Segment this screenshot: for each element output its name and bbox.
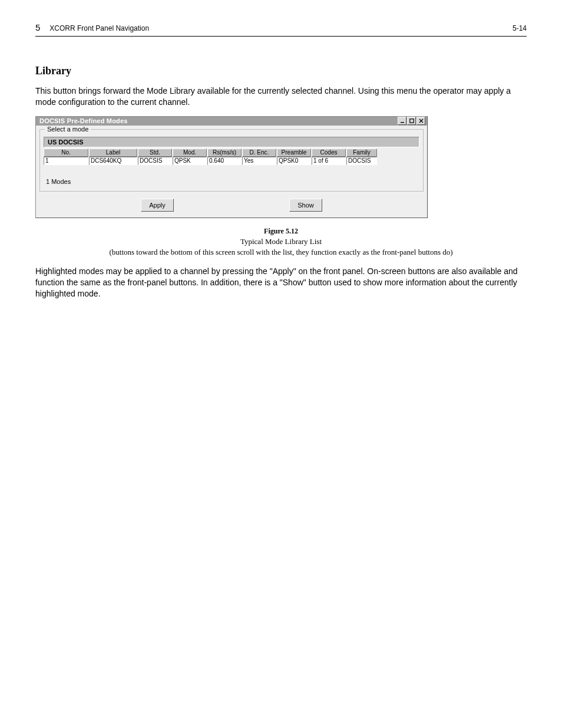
col-header: Mod. [173,149,207,157]
chapter-number: 5 [35,22,40,32]
chapter-title: XCORR Front Panel Navigation [49,24,149,32]
col-header: D. Enc. [242,149,276,157]
mode-cell: 1 of 6 [312,157,346,165]
mode-groupbox: Select a mode US DOCSIS No. Label Std. M… [39,129,424,192]
mode-table-row[interactable]: 1 DCS640KQ DOCSIS QPSK 0.640 Yes QPSK0 1… [44,157,419,165]
figure-desc-line1: Typical Mode Library List [35,236,527,247]
mode-table-header: No. Label Std. Mod. Rs(ms/s) D. Enc. Pre… [44,149,419,157]
mode-cell: DOCSIS [346,157,377,165]
minimize-button[interactable] [398,117,406,125]
col-header: Label [89,149,137,157]
mode-cell: QPSK [173,157,207,165]
mode-cell: DCS640KQ [89,157,137,165]
window-title: DOCSIS Pre-Defined Modes [39,117,128,124]
modes-window: DOCSIS Pre-Defined Modes Select a mode U… [35,116,428,218]
col-header: Rs(ms/s) [207,149,242,157]
document-page: 5 XCORR Front Panel Navigation 5-14 Libr… [0,0,562,728]
maximize-button[interactable] [407,117,416,125]
titlebar-buttons [397,117,425,125]
window-body: Select a mode US DOCSIS No. Label Std. M… [35,126,428,218]
groupbox-legend: Select a mode [45,126,91,133]
svg-rect-0 [401,122,404,123]
mode-count: 1 Modes [46,178,419,185]
figure-desc-line2: (buttons toward the bottom of this scree… [35,247,527,258]
window-titlebar: DOCSIS Pre-Defined Modes [35,116,428,126]
mode-cell: DOCSIS [138,157,172,165]
svg-rect-1 [409,119,413,123]
section-intro: This button brings forward the Mode Libr… [35,85,527,108]
mode-cell: 1 [44,157,88,165]
col-header: No. [44,149,88,157]
mode-group-header[interactable]: US DOCSIS [44,137,419,147]
page-number: 5-14 [513,24,527,32]
col-header: Codes [312,149,346,157]
close-button[interactable] [416,117,425,125]
col-header: Preamble [277,149,311,157]
col-header: Family [346,149,377,157]
header-rule [35,36,527,37]
figure-label: Figure 5.12 [35,226,527,236]
section-post-text: Highlighted modes may be applied to a ch… [35,266,527,299]
mode-cell: 0.640 [207,157,242,165]
section-title: Library [35,65,527,77]
window-button-row: Apply Show [39,199,424,212]
col-header: Std. [138,149,172,157]
mode-cell: Yes [242,157,276,165]
running-header: 5 XCORR Front Panel Navigation 5-14 [35,22,527,32]
mode-cell: QPSK0 [277,157,311,165]
mode-group-header-label: US DOCSIS [48,139,84,146]
show-button[interactable]: Show [289,199,322,212]
figure-caption: Figure 5.12 Typical Mode Library List (b… [35,226,527,258]
apply-button[interactable]: Apply [141,199,174,212]
